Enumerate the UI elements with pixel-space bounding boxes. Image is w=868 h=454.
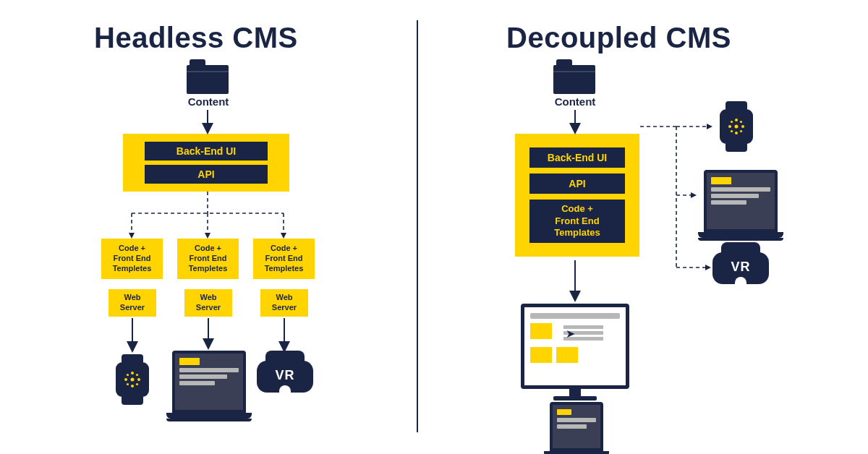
- svg-point-16: [735, 125, 739, 129]
- svg-marker-28: [691, 192, 697, 198]
- decoupled-templates-box: Code + Front End Templates: [529, 200, 625, 243]
- svg-point-2: [131, 385, 134, 387]
- headless-backend-box: Back-End UI API: [123, 134, 289, 192]
- content-label-left: Content: [174, 95, 243, 108]
- svg-point-24: [740, 130, 742, 132]
- svg-point-19: [728, 125, 731, 128]
- backend-ui-box: Back-End UI: [145, 142, 268, 160]
- cursor-icon: ➤: [566, 327, 575, 340]
- laptop-icon: [166, 351, 252, 421]
- template-box-3: Code + Front End Templetes: [253, 239, 315, 279]
- webserver-box-3: Web Server: [260, 289, 308, 317]
- side-vr-icon: VR: [712, 249, 769, 288]
- svg-point-8: [136, 383, 138, 385]
- decoupled-title: Decoupled CMS: [506, 22, 731, 54]
- side-watch-icon: [716, 101, 757, 152]
- vr-label-right: VR: [712, 260, 769, 275]
- folder-icon-right: [553, 65, 595, 94]
- content-label-right: Content: [540, 95, 610, 108]
- webserver-box-2: Web Server: [184, 289, 232, 317]
- secondary-laptop-icon: [544, 402, 609, 454]
- svg-point-4: [137, 378, 140, 381]
- svg-point-6: [136, 374, 138, 376]
- svg-point-21: [731, 121, 733, 123]
- headless-title: Headless CMS: [94, 22, 298, 54]
- svg-marker-11: [205, 233, 210, 239]
- svg-point-23: [731, 130, 733, 132]
- webserver-box-1: Web Server: [109, 289, 156, 317]
- smartwatch-icon: [112, 354, 153, 405]
- side-laptop-icon: [698, 170, 783, 241]
- svg-marker-12: [281, 233, 286, 239]
- template-box-1: Code + Front End Templetes: [101, 239, 163, 279]
- folder-icon: [187, 65, 229, 94]
- svg-point-17: [735, 119, 738, 121]
- svg-point-7: [127, 383, 129, 385]
- vertical-divider: [417, 20, 418, 432]
- monitor-icon: ➤: [521, 304, 629, 401]
- svg-point-18: [735, 132, 738, 134]
- decoupled-ui-box: Back-End UI: [529, 147, 625, 168]
- template-box-2: Code + Front End Templetes: [177, 239, 239, 279]
- svg-point-20: [741, 125, 744, 128]
- svg-marker-27: [707, 124, 712, 129]
- svg-point-3: [124, 378, 127, 381]
- svg-marker-10: [129, 233, 135, 239]
- decoupled-api-box: API: [529, 174, 625, 194]
- svg-point-22: [740, 121, 742, 123]
- svg-marker-29: [705, 265, 711, 270]
- svg-point-5: [127, 374, 129, 376]
- backend-api-box: API: [145, 165, 268, 184]
- vr-headset-icon: VR: [257, 358, 313, 397]
- decoupled-backend-box: Back-End UI API Code + Front End Templat…: [515, 134, 639, 257]
- svg-point-0: [131, 378, 135, 382]
- svg-point-1: [131, 372, 134, 374]
- vr-label-left: VR: [257, 368, 313, 383]
